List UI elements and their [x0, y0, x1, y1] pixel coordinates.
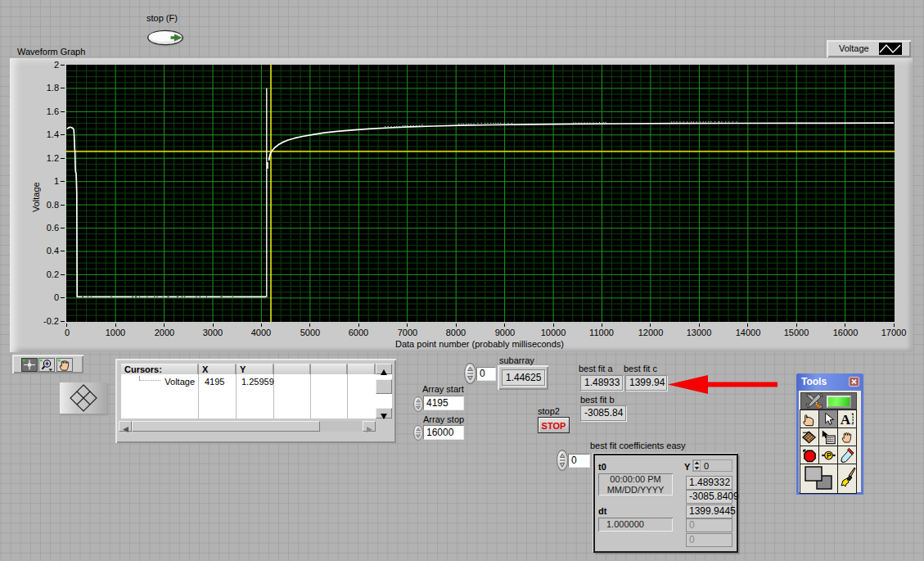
svg-text:P: P — [827, 451, 832, 459]
svg-text:A: A — [841, 411, 851, 427]
